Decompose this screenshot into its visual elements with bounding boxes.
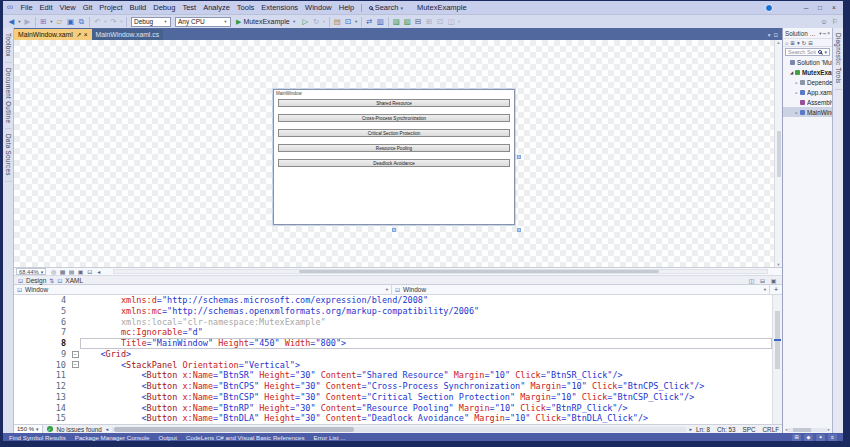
breadcrumb-right[interactable]: ⊡ Window ▾	[392, 285, 770, 294]
menu-item-edit[interactable]: Edit	[36, 1, 56, 14]
breakpoint-margin[interactable]	[14, 349, 34, 360]
save-all-icon[interactable]: ⧉	[76, 17, 87, 27]
start-debugging-button[interactable]: ▶MutexExample▾	[233, 18, 300, 26]
preview-button-cross-process-synchronization[interactable]: Cross-Process Synchronization	[278, 114, 510, 122]
panel-tab-find-symbol-results[interactable]: Find Symbol Results	[9, 434, 66, 441]
scrollbar-thumb[interactable]	[114, 427, 354, 432]
panel-tab-codelens-c-and-visual-basic-references[interactable]: CodeLens C# and Visual Basic References	[186, 434, 305, 441]
tree-item-mutexexample[interactable]: ◢MutexExample	[783, 67, 832, 77]
menu-item-build[interactable]: Build	[126, 1, 150, 14]
navigate-back-icon[interactable]: ◀	[6, 17, 17, 26]
show-snap-grid-icon[interactable]: ▦	[58, 268, 67, 275]
designer-vertical-scrollbar[interactable]: ▴ ▾	[774, 40, 782, 267]
hot-reload-icon[interactable]: ↻	[311, 17, 322, 26]
extension-icon[interactable]: ⊞	[424, 17, 435, 26]
breadcrumb-left[interactable]: ⊡ Window ▾	[14, 285, 392, 294]
char-position[interactable]: Ch: 53	[717, 426, 736, 433]
collapse-icon[interactable]: −	[72, 361, 79, 368]
horizontal-split-icon[interactable]: ⊟	[758, 277, 767, 284]
code-text[interactable]: xmlns:local="clr-namespace:MutexExample"	[80, 317, 772, 328]
chevron-down-icon[interactable]: ▾	[119, 19, 124, 24]
code-text[interactable]: <StackPanel Orientation="Vertical">	[80, 360, 772, 371]
maximize-button[interactable]: □	[813, 2, 827, 13]
zoom-fit-selection-icon[interactable]: ◎	[49, 268, 58, 275]
code-text[interactable]: xmlns:d="http://schemas.microsoft.com/ex…	[80, 295, 772, 306]
chevron-down-icon[interactable]: ▾	[797, 40, 800, 46]
menu-item-test[interactable]: Test	[179, 1, 200, 14]
show-annotations-icon[interactable]: ⊡	[85, 268, 94, 275]
code-text[interactable]: <Button x:Name="BtnSR" Height="30" Conte…	[80, 370, 772, 381]
preview-button-resource-pooling[interactable]: Resource Pooling	[278, 144, 510, 152]
breakpoint-margin[interactable]	[14, 413, 34, 424]
window-position-icon[interactable]: ▾	[819, 31, 821, 36]
code-text[interactable]: xmlns:mc="http://schemas.openxmlformats.…	[80, 306, 772, 317]
pin-icon[interactable]: ⊸	[74, 30, 83, 39]
home-icon[interactable]: ⌂	[785, 40, 788, 46]
code-text[interactable]: <Grid>	[80, 349, 772, 360]
code-text[interactable]: <Button x:Name="BtnCPS" Height="30" Cont…	[80, 381, 772, 392]
search-control[interactable]: Search ▾	[365, 1, 407, 14]
preview-button-shared-resource[interactable]: Shared Resource	[278, 99, 510, 107]
chevron-down-icon[interactable]: ▾	[457, 19, 462, 24]
breakpoint-margin[interactable]	[14, 338, 34, 349]
panel-tab-error-list[interactable]: Error List ...	[314, 434, 346, 441]
performance-profiler-icon[interactable]: ▤	[332, 17, 343, 26]
breakpoint-margin[interactable]	[14, 381, 34, 392]
scroll-up-icon[interactable]: ▴	[777, 40, 779, 45]
start-without-debugging-icon[interactable]: ▷	[300, 17, 311, 26]
solution-search-box[interactable]: Search Solution Explorer (Ctrl+;) ▾	[785, 48, 830, 56]
menu-item-project[interactable]: Project	[96, 1, 126, 14]
fold-margin[interactable]: −	[70, 349, 80, 360]
show-all-files-icon[interactable]: ▨	[391, 17, 402, 26]
breakpoint-margin[interactable]	[14, 306, 34, 317]
auto-hide-pin-icon[interactable]: ⊸	[823, 31, 827, 36]
resize-handle-corner[interactable]	[517, 228, 521, 232]
sparkle-icon[interactable]: ✦	[816, 434, 825, 441]
editor-zoom-dropdown[interactable]: 150 % ▾	[14, 425, 43, 433]
menu-item-view[interactable]: View	[56, 1, 79, 14]
panel-tab-package-manager-console[interactable]: Package Manager Console	[75, 434, 150, 441]
designer-horizontal-scrollbar[interactable]	[113, 269, 768, 274]
collapse-icon[interactable]: −	[72, 351, 79, 358]
menu-item-file[interactable]: File	[17, 1, 36, 14]
account-avatar[interactable]	[765, 4, 773, 12]
resize-handle-bottom[interactable]	[392, 228, 396, 232]
fold-margin[interactable]	[70, 413, 80, 424]
solution-explorer-view-icon[interactable]: ▥	[375, 17, 386, 26]
close-icon[interactable]: ×	[827, 31, 830, 36]
menu-icon[interactable]: ≡	[828, 434, 837, 441]
menu-item-git[interactable]: Git	[79, 1, 96, 14]
doc-tab-mainwindow-xaml[interactable]: MainWindow.xaml⊸×	[14, 29, 92, 40]
collapse-all-icon[interactable]: ⊟	[808, 40, 813, 46]
fold-margin[interactable]: −	[70, 360, 80, 371]
scroll-left-icon[interactable]: ◂	[785, 427, 787, 432]
feedback-flag-icon[interactable]: ⚐	[832, 18, 838, 26]
expander-icon[interactable]: ◢	[789, 70, 794, 75]
expander-icon[interactable]: ▹	[794, 90, 799, 95]
feedback-smiley-icon[interactable]: ☺	[821, 18, 828, 26]
fold-margin[interactable]	[70, 338, 80, 349]
switch-views-icon[interactable]: ⊞	[790, 40, 795, 46]
new-project-icon[interactable]: ⊞	[38, 17, 49, 26]
tab-list-chevron-icon[interactable]: ▾	[768, 32, 771, 38]
swap-panes-icon[interactable]: ⇅	[49, 277, 54, 284]
breakpoint-margin[interactable]	[14, 360, 34, 371]
collapse-pane-icon[interactable]: ▣	[769, 277, 778, 284]
preview-button-deadlock-avoidance[interactable]: Deadlock Avoidance	[278, 159, 510, 167]
navigate-backward-group-icon[interactable]: ⊡	[435, 17, 446, 26]
menu-item-analyze[interactable]: Analyze	[200, 1, 234, 14]
menu-item-extensions[interactable]: Extensions	[258, 1, 302, 14]
fold-margin[interactable]	[70, 327, 80, 338]
scroll-left-icon[interactable]: ◂	[106, 426, 109, 432]
expander-icon[interactable]: ▹	[794, 80, 799, 85]
chevron-down-icon[interactable]: ▾	[354, 19, 359, 24]
menu-item-window[interactable]: Window	[302, 1, 336, 14]
window-layout-icon[interactable]: ◫	[446, 17, 457, 26]
xaml-designer-surface[interactable]: MainWindow Shared ResourceCross-Process …	[14, 40, 782, 268]
scrollbar-thumb[interactable]	[793, 428, 811, 432]
xaml-tab[interactable]: XAML	[65, 277, 83, 284]
float-pane-icon[interactable]: ⊡	[773, 32, 778, 38]
breakpoint-margin[interactable]	[14, 370, 34, 381]
eol-mode[interactable]: CRLF	[763, 426, 779, 433]
fold-margin[interactable]	[70, 392, 80, 403]
